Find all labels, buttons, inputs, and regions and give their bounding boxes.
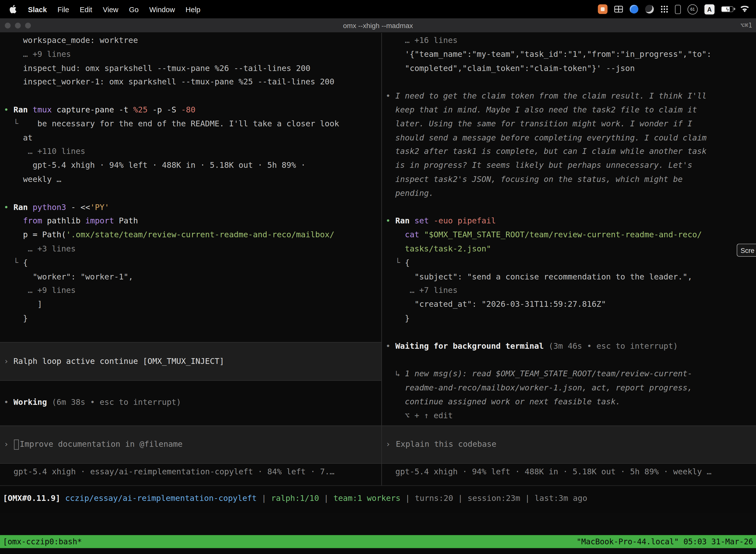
terminal-line: inspect_hud: omx sparkshell --tmux-pane … [4,62,380,75]
terminal-line: } [4,312,380,326]
text-segment: { [405,258,410,267]
text-segment: tmux [33,105,52,114]
menu-edit[interactable]: Edit [74,5,98,13]
text-segment: python3 [33,203,66,212]
text-segment: ralph:1/10 [271,494,319,503]
dots-grid-icon[interactable] [660,5,668,13]
menu-go[interactable]: Go [124,5,144,13]
terminal-line: cat "$OMX_TEAM_STATE_ROOT/team/review-cu… [386,228,755,242]
terminal-line [4,89,380,103]
text-segment: | [520,494,534,503]
text-segment: • [4,203,14,212]
terminal-line [386,75,755,89]
menu-file[interactable]: File [52,5,74,13]
text-segment: should send a message before completing … [395,133,707,142]
left-inject-banner: › Ralph loop active continue [OMX_TMUX_I… [0,342,381,381]
terminal-line [386,326,755,340]
text-segment: - << [66,203,90,212]
menu-window[interactable]: Window [144,5,180,13]
dark-app-icon[interactable] [645,5,654,13]
terminal-line: … +16 lines [386,34,755,48]
text-segment: … +16 lines [405,36,457,45]
terminal-line: "completed","claim_token":"claim-token"}… [386,62,755,75]
text-segment: • [386,341,395,350]
terminal-line: … +9 lines [4,48,380,62]
window-title: omx --xhigh --madmax [0,21,756,29]
terminal-line: '{"team_name":"my-team","task_id":"1","f… [386,48,755,62]
text-segment: ↳ [395,369,405,378]
right-model-status: gpt-5.4 xhigh · 94% left · 488K in · 5.1… [395,465,755,479]
prompt-icon: › [386,438,390,451]
text-segment: • [386,216,395,226]
text-segment: └ [13,119,23,128]
device-icon[interactable] [675,4,681,14]
text-segment: • [386,91,395,101]
minimize-button[interactable] [15,22,20,28]
screen: Slack File Edit View Go Window Help 61 A [0,0,756,554]
text-segment: "subject": "send a concise recommendatio… [415,272,692,281]
text-segment: └ [13,258,23,267]
close-button[interactable] [5,22,10,28]
right-input-box[interactable]: › Explain this codebase [382,426,756,464]
text-segment: session:23m [467,494,520,503]
window-grid-icon[interactable] [614,6,623,12]
left-pane[interactable]: workspace_mode: worktree… +9 linesinspec… [0,33,381,485]
menu-app-name[interactable]: Slack [22,5,52,13]
text-cursor [14,440,19,450]
terminal-line: "worker": "worker-1", [4,270,380,284]
left-input-box[interactable]: › Improve documentation in @filename [0,426,381,464]
blue-app-icon[interactable] [630,5,638,13]
terminal-line: └ { [386,256,755,270]
screen-recording-indicator[interactable] [598,4,608,14]
battery-gauge-icon[interactable]: 61 [688,4,698,14]
text-segment: | [257,494,271,503]
screenshot-tooltip: Scre [737,244,756,257]
text-segment: 1 new msg(s): read $OMX_TEAM_STATE_ROOT/… [405,369,692,378]
window-titlebar[interactable]: omx --xhigh --madmax ⌥⌘1 [0,18,756,33]
text-segment: … +3 lines [28,244,76,254]
tmux-session-label: [omx-cczip0:bash* [3,537,82,546]
text-segment: (6m 38s • esc to interrupt) [47,398,181,407]
terminal-line: ] [4,298,380,312]
menu-bar: Slack File Edit View Go Window Help 61 A [0,0,756,18]
omx-status-bar: [OMX#0.11.9] cczip/essay/ai-reimplementa… [0,486,756,512]
text-segment: Working [13,398,47,407]
tmux-status-bar: [omx-cczip0:bash* "MacBook-Pro-44.local"… [0,535,756,548]
text-segment: … +110 lines [28,147,85,156]
menu-help[interactable]: Help [180,5,206,13]
text-segment: 'PY' [90,203,109,212]
text-segment: '{"team_name":"my-team","task_id":"1","f… [405,50,711,59]
text-segment: at [23,133,33,142]
text-segment: set [415,216,429,226]
text-segment: p = Path( [23,230,66,239]
text-segment: { [23,258,28,267]
zoom-button[interactable] [25,22,31,28]
text-segment: pathlib [42,216,85,226]
right-pane[interactable]: … +16 lines'{"team_name":"my-team","task… [382,33,756,485]
text-segment: [OMX#0.11.9] [3,494,61,503]
menu-view[interactable]: View [98,5,124,13]
terminal-line [4,187,380,201]
menubar-status-icons: 61 A [598,4,749,14]
text-segment: later. Using the same for transition mig… [395,119,692,128]
terminal-line: … +7 lines [386,284,755,298]
terminal-line: at [4,131,380,145]
text-segment: "completed","claim_token":"claim-token"}… [405,63,635,73]
text-segment: cczip/essay/ai-reimplementation-copyleft [60,494,257,503]
wifi-icon[interactable] [740,6,749,12]
terminal-line: └ { [4,256,380,270]
apple-menu[interactable] [7,5,22,13]
right-pane-lines: … +16 lines'{"team_name":"my-team","task… [386,34,755,423]
text-segment: inspect_worker-1: omx sparkshell --tmux-… [23,77,334,87]
keyboard-input-icon[interactable]: A [704,4,714,14]
terminal-line: weekly … [4,173,380,187]
apple-logo-icon [10,5,17,13]
battery-icon[interactable] [721,6,734,12]
text-segment: gpt-5.4 xhigh · 94% left · 488K in · 5.1… [33,161,306,170]
terminal-line: pending. [386,187,755,201]
terminal-line [386,353,755,367]
text-segment: I need to get the claim token from the c… [395,91,707,101]
text-segment: Ran [13,105,33,114]
terminal-line: • Ran tmux capture-pane -t %25 -p -S -80 [4,103,380,117]
text-segment: Ran [395,216,415,226]
